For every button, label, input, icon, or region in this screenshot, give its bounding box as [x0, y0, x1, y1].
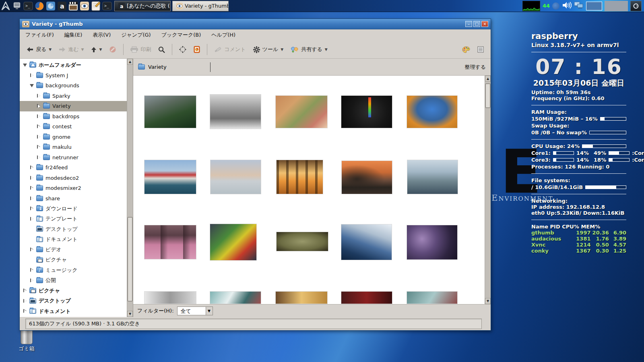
- thumbnail-teal-branches-cut[interactable]: [210, 292, 261, 304]
- forward-button[interactable]: 進む▼: [56, 44, 87, 55]
- thumbnail-golden-forest-cut[interactable]: [276, 292, 327, 304]
- tools-button[interactable]: ツール▼: [250, 44, 287, 55]
- speaker-icon[interactable]: [562, 1, 572, 11]
- browser-icon[interactable]: [45, 1, 56, 11]
- network-monitor-icon[interactable]: [574, 1, 584, 11]
- expander-closed-icon[interactable]: [37, 94, 41, 98]
- menu-help[interactable]: ヘルプ(H): [211, 31, 235, 39]
- expander-closed-icon[interactable]: [37, 155, 41, 160]
- sidebar-item-Variety[interactable]: Variety: [20, 101, 127, 111]
- sidebar-item-makulu[interactable]: makulu: [20, 142, 127, 152]
- audacious-icon[interactable]: a: [57, 1, 67, 11]
- thumbnail-sailboat-dusk[interactable]: [211, 160, 261, 194]
- sidebar-item-公開[interactable]: 公開: [20, 276, 127, 286]
- thumbnail-autumn-forest-path[interactable]: [277, 160, 323, 194]
- expander-open-icon[interactable]: [23, 63, 27, 67]
- expander-closed-icon[interactable]: [23, 288, 27, 293]
- search-button[interactable]: [155, 44, 168, 55]
- thumbnail-teal-red-trees-cut[interactable]: [407, 292, 457, 304]
- thumbnail-gothic-cathedral-bw[interactable]: [210, 95, 261, 129]
- thumbnail-lighter-rainbow-flame[interactable]: [341, 96, 392, 128]
- sidebar-item-ドキュメント[interactable]: ドキュメント: [20, 234, 127, 245]
- volume-applet-icon[interactable]: [552, 2, 559, 10]
- menu-bookmarks[interactable]: ブックマーク(B): [161, 31, 201, 39]
- up-button[interactable]: ▼: [88, 45, 105, 55]
- chevron-down-icon[interactable]: ▼: [206, 307, 213, 315]
- close-button[interactable]: ×: [481, 21, 488, 27]
- content-scrollbar[interactable]: ▲ ▼: [485, 76, 491, 304]
- content-scroll-up-icon[interactable]: ▲: [485, 76, 491, 82]
- thumbnail-bw-building-cut[interactable]: [144, 292, 196, 304]
- logout-button[interactable]: [630, 1, 642, 11]
- sidebar-item-System J[interactable]: System J: [20, 70, 127, 81]
- thumbnail-pink-petals-trees[interactable]: [144, 225, 196, 259]
- sidebar-item-ピクチャ[interactable]: ピクチャ: [20, 255, 127, 265]
- filter-dropdown[interactable]: 全て ▼: [177, 306, 213, 315]
- trash-shortcut[interactable]: ゴミ箱: [14, 328, 39, 352]
- print-button[interactable]: 印刷: [128, 44, 154, 55]
- firefox-icon[interactable]: [34, 1, 45, 11]
- expander-closed-icon[interactable]: [37, 114, 41, 119]
- sidebar-item-netrunner[interactable]: netrunner: [20, 152, 127, 163]
- sidebar-item-ダウンロード[interactable]: ダウンロード: [20, 204, 127, 214]
- sidebar-item-modesmixer2[interactable]: modesmixer2: [20, 183, 127, 193]
- thumbnail-volcano-eruption[interactable]: [342, 161, 392, 194]
- expander-closed-icon[interactable]: [37, 135, 41, 139]
- expander-closed-icon[interactable]: [30, 176, 34, 180]
- menu-arrow-icon[interactable]: [0, 1, 11, 11]
- minimize-button[interactable]: –: [465, 21, 472, 27]
- thumbnail-autumn-trees-sky[interactable]: [407, 96, 457, 128]
- sidebar-item-Sparky[interactable]: Sparky: [20, 91, 127, 101]
- taskbar-window-button-1[interactable]: Variety - gThumb: [172, 1, 229, 11]
- sidebar-item-ミュージック[interactable]: ミュージック: [20, 265, 127, 276]
- gthumb-eye-icon[interactable]: [79, 1, 90, 11]
- expander-closed-icon[interactable]: [37, 124, 41, 129]
- sidebar-item-contest[interactable]: contest: [20, 121, 127, 132]
- content-scroll-down-icon[interactable]: ▼: [485, 298, 491, 304]
- cpu-graph-applet[interactable]: [522, 1, 540, 11]
- thumbnail-fishing-boats-harbor[interactable]: [144, 160, 196, 194]
- palette-button[interactable]: [459, 44, 473, 55]
- sidebar-item-デスクトップ[interactable]: デスクトップ: [20, 296, 127, 306]
- sidebar-item-backdrops[interactable]: backdrops: [20, 111, 127, 122]
- sidebar-item-ホームフォルダー[interactable]: ホームフォルダー: [20, 60, 127, 70]
- menu-go[interactable]: ジャンプ(G): [121, 31, 151, 39]
- expander-closed-icon[interactable]: [37, 104, 41, 108]
- sidebar-scrollbar[interactable]: ▲ ▼: [127, 59, 133, 317]
- thumbnail-camouflage-texture[interactable]: [277, 232, 328, 251]
- stop-button[interactable]: [106, 44, 119, 55]
- sidebar-item-ビデオ[interactable]: ビデオ: [20, 245, 127, 255]
- video-editor-icon[interactable]: [68, 1, 78, 11]
- expander-closed-icon[interactable]: [37, 145, 41, 149]
- organize-button[interactable]: 整理する: [464, 64, 486, 71]
- window-titlebar[interactable]: Variety - gThumb – □ ×: [20, 19, 491, 29]
- expander-closed-icon[interactable]: [23, 299, 27, 303]
- taskbar-window-button-0[interactable]: a[あなたへの恋歌 (...: [114, 1, 171, 11]
- text-editor-icon[interactable]: [91, 1, 101, 11]
- share-button[interactable]: 共有する▼: [288, 44, 330, 55]
- sidebar-item-ドキュメント[interactable]: ドキュメント: [20, 306, 127, 317]
- thumbnail-stone-bridge-lamps[interactable]: [407, 160, 458, 194]
- back-button[interactable]: 戻る▼: [24, 44, 54, 55]
- fullscreen-button[interactable]: [176, 44, 189, 55]
- comment-button[interactable]: コメント: [211, 44, 248, 55]
- expander-closed-icon[interactable]: [30, 247, 34, 252]
- sidebar-scroll-down-icon[interactable]: ▼: [127, 311, 133, 317]
- expander-closed-icon[interactable]: [30, 268, 34, 272]
- thumbnail-purple-nebula[interactable]: [407, 225, 457, 259]
- thumbnail-satellite-over-earth[interactable]: [341, 224, 392, 260]
- expander-closed-icon[interactable]: [30, 196, 34, 201]
- sidebar-item-fr24feed[interactable]: fr24feed: [20, 162, 127, 173]
- sidebar-item-gnome[interactable]: gnome: [20, 132, 127, 142]
- sidebar-item-modesdeco2[interactable]: modesdeco2: [20, 173, 127, 183]
- sidebar-item-share[interactable]: share: [20, 193, 127, 204]
- thumbnail-waterfall-mountains[interactable]: [144, 96, 196, 128]
- thumbnail-red-forest-cut[interactable]: [341, 292, 392, 304]
- expander-closed-icon[interactable]: [30, 165, 34, 170]
- expander-open-icon[interactable]: [30, 83, 34, 88]
- maximize-button[interactable]: □: [473, 21, 480, 27]
- expander-closed-icon[interactable]: [23, 309, 27, 313]
- expander-closed-icon[interactable]: [30, 206, 34, 211]
- sidebar-item-テンプレート[interactable]: テンプレート: [20, 214, 127, 224]
- menu-file[interactable]: ファイル(F): [25, 31, 54, 39]
